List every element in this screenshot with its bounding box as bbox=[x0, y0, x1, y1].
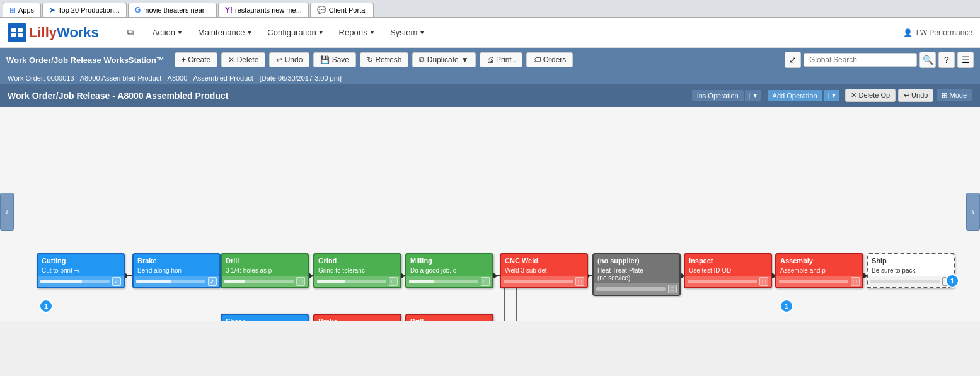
nav-action-caret: ▼ bbox=[177, 30, 183, 36]
nav-reports[interactable]: Reports ▼ bbox=[333, 24, 381, 41]
undo-op-button[interactable]: ↩ Undo bbox=[898, 89, 933, 102]
tab-google[interactable]: G movie theaters near... bbox=[128, 3, 217, 17]
nav-configuration[interactable]: Configuration ▼ bbox=[261, 24, 330, 41]
user-name: LW Performance bbox=[916, 28, 972, 37]
ins-operation-button[interactable]: Ins Operation bbox=[691, 89, 744, 102]
op-card-ship[interactable]: Ship Be sure to pack □ bbox=[867, 253, 955, 288]
nav-configuration-caret: ▼ bbox=[318, 30, 324, 36]
badge-cutting1: 1 bbox=[39, 299, 53, 313]
nav-action[interactable]: Action ▼ bbox=[146, 24, 189, 41]
badge-assembly: 1 bbox=[780, 299, 793, 313]
tab-portal-label: Client Portal bbox=[329, 6, 367, 14]
tab-top20-label: Top 20 Production... bbox=[58, 6, 120, 14]
header-right: 👤 LW Performance bbox=[903, 28, 972, 37]
op-card-cutting1[interactable]: Cutting Cut to print +/- ✓ bbox=[37, 253, 125, 288]
op-card-brake2[interactable]: Brake Bend to spec. □ bbox=[313, 314, 401, 321]
work-area-header: Work Order/Job Release - A8000 Assembled… bbox=[0, 84, 980, 107]
svg-marker-13 bbox=[493, 273, 499, 278]
app-header: LillyWorks ⧉ Action ▼ Maintenance ▼ Conf… bbox=[0, 18, 980, 48]
browser-tabs: ⊞ Apps ➤ Top 20 Production... G movie th… bbox=[0, 0, 980, 17]
help-icon[interactable]: ? bbox=[938, 52, 955, 68]
expand-icon[interactable]: ⤢ bbox=[785, 52, 801, 68]
op-card-shear[interactable]: Shear Be sure to use u ✓ bbox=[221, 314, 309, 321]
undo-button[interactable]: ↩ Undo bbox=[269, 52, 309, 67]
badge-ship: 1 bbox=[945, 274, 959, 288]
add-operation-button[interactable]: Add Operation bbox=[767, 89, 823, 102]
op-card-brake1[interactable]: Brake Bend along hori ✓ bbox=[132, 253, 221, 288]
duplicate-page-icon[interactable]: ⧉ bbox=[122, 25, 139, 41]
nav-maintenance-caret: ▼ bbox=[246, 30, 252, 36]
svg-rect-0 bbox=[11, 28, 16, 32]
op-card-milling1[interactable]: Milling Do a good job, o □ bbox=[405, 253, 493, 288]
orders-button[interactable]: 🏷 Orders bbox=[526, 52, 573, 67]
logo: LillyWorks bbox=[8, 23, 99, 42]
global-search-input[interactable] bbox=[804, 53, 917, 67]
op-card-drill1[interactable]: Drill 3 1/4: holes as p □ bbox=[221, 253, 309, 288]
search-icon[interactable]: 🔍 bbox=[919, 52, 936, 68]
breadcrumb-text: Work Order: 0000013 - A8000 Assembled Pr… bbox=[8, 74, 342, 82]
nav-system-caret: ▼ bbox=[419, 30, 425, 36]
connectors-svg bbox=[0, 107, 980, 321]
tab-yahoo-label: restaurants new me... bbox=[235, 6, 302, 14]
global-search-area: ⤢ 🔍 ? ☰ bbox=[785, 52, 974, 68]
menu-icon[interactable]: ☰ bbox=[957, 52, 974, 68]
op-card-drill2[interactable]: Drill Drill final holes □ bbox=[405, 314, 493, 321]
browser-chrome: ⊞ Apps ➤ Top 20 Production... G movie th… bbox=[0, 0, 980, 18]
ins-op-caret: ▼ bbox=[749, 93, 758, 99]
toolbar-title: Work Order/Job Release WorksStation™ bbox=[6, 55, 164, 65]
breadcrumb: Work Order: 0000013 - A8000 Assembled Pr… bbox=[0, 72, 980, 84]
nav-maintenance[interactable]: Maintenance ▼ bbox=[192, 24, 258, 41]
tab-google-label: movie theaters near... bbox=[143, 6, 210, 14]
tab-portal[interactable]: 💬 Client Portal bbox=[310, 3, 374, 17]
delete-op-button[interactable]: ✕ Delete Op bbox=[845, 89, 896, 102]
left-collapse-button[interactable]: ‹ bbox=[0, 193, 14, 231]
svg-rect-3 bbox=[18, 33, 23, 37]
work-area-actions: Ins Operation ▼ Add Operation ▼ ✕ Delete… bbox=[691, 89, 972, 102]
right-collapse-button[interactable]: › bbox=[966, 193, 980, 231]
save-button[interactable]: 💾 Save bbox=[313, 52, 356, 67]
tab-apps-label: Apps bbox=[18, 6, 34, 14]
logo-text: LillyWorks bbox=[29, 25, 99, 41]
tab-apps[interactable]: ⊞ Apps bbox=[3, 3, 41, 17]
duplicate-button[interactable]: ⧉ Duplicate ▼ bbox=[412, 52, 475, 67]
user-label: 👤 bbox=[903, 28, 913, 37]
nav-reports-caret: ▼ bbox=[369, 30, 375, 36]
op-card-inspect[interactable]: Inspect Use test ID OD □ bbox=[684, 253, 772, 288]
ins-operation-dropdown[interactable]: ▼ bbox=[744, 89, 762, 102]
add-op-caret: ▼ bbox=[828, 93, 837, 99]
toolbar: Work Order/Job Release WorksStation™ + C… bbox=[0, 48, 980, 72]
nav-menu: Action ▼ Maintenance ▼ Configuration ▼ R… bbox=[146, 24, 903, 41]
op-card-grind1[interactable]: Grind Grind to toleranc □ bbox=[313, 253, 401, 288]
svg-rect-2 bbox=[11, 33, 16, 37]
mode-button[interactable]: ⊞ Mode bbox=[936, 89, 972, 102]
op-card-cnc-weld[interactable]: CNC Weld Weld 3 sub det □ bbox=[500, 253, 588, 288]
logo-icon bbox=[8, 23, 26, 42]
create-button[interactable]: + Create bbox=[175, 52, 217, 67]
op-card-assembly[interactable]: Assembly Assemble and p □ bbox=[775, 253, 863, 288]
tab-top20[interactable]: ➤ Top 20 Production... bbox=[42, 3, 127, 17]
refresh-button[interactable]: ↻ Refresh bbox=[360, 52, 408, 67]
add-operation-dropdown[interactable]: ▼ bbox=[823, 89, 841, 102]
op-card-no-supplier[interactable]: (no supplier) Heat Treat-Plate(no servic… bbox=[592, 253, 681, 296]
print-button[interactable]: 🖨 Print . bbox=[480, 52, 523, 67]
work-area-title: Work Order/Job Release - A8000 Assembled… bbox=[8, 91, 228, 101]
main-canvas[interactable]: ‹ › Cutting Cut to print +/- ✓ 1 Brake B… bbox=[0, 107, 980, 321]
tab-yahoo[interactable]: Y! restaurants new me... bbox=[218, 3, 309, 17]
duplicate-caret: ▼ bbox=[461, 55, 469, 64]
delete-button[interactable]: ✕ Delete bbox=[221, 52, 265, 67]
svg-rect-1 bbox=[18, 28, 23, 32]
nav-system[interactable]: System ▼ bbox=[384, 24, 431, 41]
